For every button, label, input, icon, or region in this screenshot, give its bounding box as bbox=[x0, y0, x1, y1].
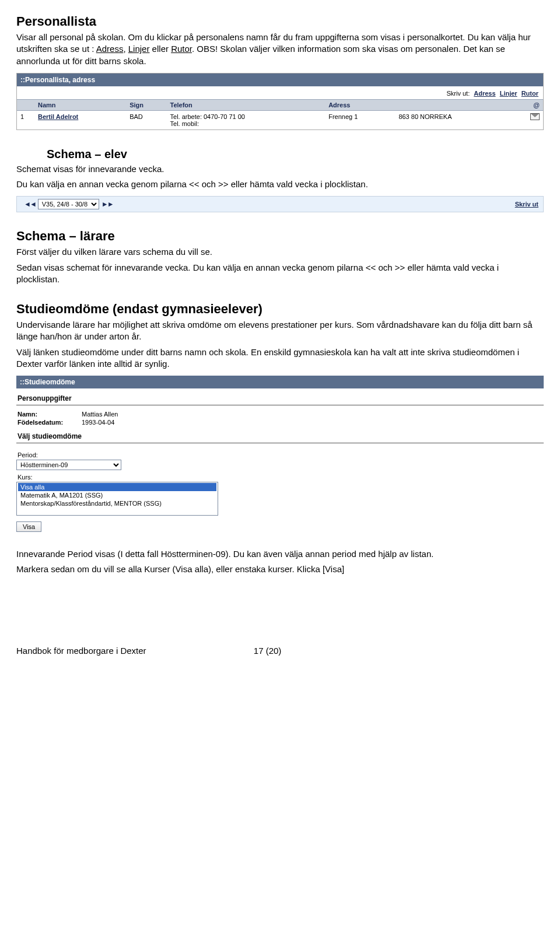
kurs-option[interactable]: Matematik A, MA1201 (SSG) bbox=[18, 491, 216, 499]
panel-title-bar: ::Personallista, adress bbox=[17, 73, 543, 86]
table-row: 1 Bertil Adelrot BAD Tel. arbete: 0470-7… bbox=[17, 110, 543, 129]
row-dob: Födelsedatum: 1993-04-04 bbox=[16, 418, 544, 426]
personal-table: Namn Sign Telefon Adress @ 1 Bertil Adel… bbox=[17, 99, 543, 129]
value-dob: 1993-04-04 bbox=[82, 419, 114, 426]
heading-personallista: Personallista bbox=[16, 14, 544, 29]
cell-sign: BAD bbox=[126, 110, 166, 129]
heading-schema-larare: Schema – lärare bbox=[16, 229, 544, 244]
next-week-icon[interactable]: ►► bbox=[102, 200, 113, 208]
col-num bbox=[17, 99, 34, 110]
paragraph: Schemat visas för innevarande vecka. bbox=[16, 163, 544, 175]
tel-work: Tel. arbete: 0470-70 71 00 bbox=[170, 113, 322, 120]
link-adress: Adress bbox=[96, 44, 124, 54]
week-select[interactable]: V35, 24/8 - 30/8 bbox=[38, 199, 99, 209]
link-skriv-ut[interactable]: Skriv ut bbox=[515, 201, 538, 208]
heading-schema-elev: Schema – elev bbox=[47, 148, 544, 161]
label-dob: Födelsedatum: bbox=[18, 419, 82, 426]
page-footer: Handbok för medborgare i Dexter 17 (20) bbox=[16, 646, 544, 656]
paragraph: Undervisande lärare har möjlighet att sk… bbox=[16, 319, 544, 343]
link-print-linjer[interactable]: Linjer bbox=[500, 90, 517, 97]
paragraph: Välj länken studieomdöme under ditt barn… bbox=[16, 346, 544, 370]
label-period: Period: bbox=[16, 448, 544, 460]
personallista-panel: ::Personallista, adress Skriv ut: Adress… bbox=[16, 73, 544, 130]
link-print-rutor[interactable]: Rutor bbox=[522, 90, 538, 97]
paragraph: Markera sedan om du vill se alla Kurser … bbox=[16, 563, 544, 575]
col-sign: Sign bbox=[126, 99, 166, 110]
heading-studieomdome: Studieomdöme (endast gymnasieelever) bbox=[16, 302, 544, 317]
kurs-option-selected[interactable]: Visa alla bbox=[18, 483, 216, 491]
text: eller bbox=[149, 44, 171, 54]
paragraph: Först väljer du vilken lärare vars schem… bbox=[16, 246, 544, 258]
subheading-personuppgifter: Personuppgifter bbox=[16, 388, 544, 405]
text: , bbox=[123, 44, 128, 54]
label-kurs: Kurs: bbox=[16, 470, 544, 482]
link-print-adress[interactable]: Adress bbox=[474, 90, 495, 97]
tel-mobile: Tel. mobil: bbox=[170, 120, 322, 127]
paragraph: Innevarande Period visas (I detta fall H… bbox=[16, 548, 544, 560]
mail-icon[interactable] bbox=[530, 113, 540, 120]
kurs-listbox[interactable]: Visa alla Matematik A, MA1201 (SSG) Ment… bbox=[16, 482, 218, 516]
panel-title-bar: ::Studieomdöme bbox=[16, 376, 544, 388]
link-rutor: Rutor bbox=[171, 44, 192, 54]
paragraph: Visar all personal på skolan. Om du klic… bbox=[16, 31, 544, 67]
col-adress: Adress bbox=[325, 99, 395, 110]
schema-toolbar: ◄◄ V35, 24/8 - 30/8 ►► Skriv ut bbox=[16, 196, 544, 212]
prev-week-icon[interactable]: ◄◄ bbox=[24, 200, 36, 208]
col-namn: Namn bbox=[34, 99, 126, 110]
col-at: @ bbox=[512, 99, 543, 110]
cell-tel: Tel. arbete: 0470-70 71 00 Tel. mobil: bbox=[167, 110, 326, 129]
col-ort bbox=[395, 99, 511, 110]
label-name: Namn: bbox=[18, 411, 82, 418]
paragraph: Du kan välja en annan vecka genom pilarn… bbox=[16, 178, 544, 190]
person-name-link[interactable]: Bertil Adelrot bbox=[38, 113, 78, 120]
visa-button[interactable]: Visa bbox=[16, 521, 41, 532]
cell-ort: 863 80 NORREKA bbox=[395, 110, 511, 129]
kurs-option[interactable]: Mentorskap/Klassföreståndartid, MENTOR (… bbox=[18, 499, 216, 507]
paragraph: Sedan visas schemat för innevarande veck… bbox=[16, 262, 544, 286]
cell-num: 1 bbox=[17, 110, 34, 129]
subheading-valj: Välj studieomdöme bbox=[16, 426, 544, 443]
value-name: Mattias Allen bbox=[82, 411, 118, 418]
footer-page: 17 (20) bbox=[254, 646, 282, 656]
cell-adr: Frenneg 1 bbox=[325, 110, 395, 129]
footer-title: Handbok för medborgare i Dexter bbox=[16, 646, 146, 656]
studieomdome-panel: ::Studieomdöme Personuppgifter Namn: Mat… bbox=[16, 376, 544, 532]
col-telefon: Telefon bbox=[167, 99, 326, 110]
row-name: Namn: Mattias Allen bbox=[16, 410, 544, 418]
cell-name: Bertil Adelrot bbox=[34, 110, 126, 129]
period-select[interactable]: Höstterminen-09 bbox=[16, 460, 121, 470]
cell-mail bbox=[512, 110, 543, 129]
link-linjer: Linjer bbox=[128, 44, 150, 54]
label-skriv-ut: Skriv ut: bbox=[447, 90, 470, 97]
print-links-row: Skriv ut: Adress Linjer Rutor bbox=[17, 86, 543, 99]
